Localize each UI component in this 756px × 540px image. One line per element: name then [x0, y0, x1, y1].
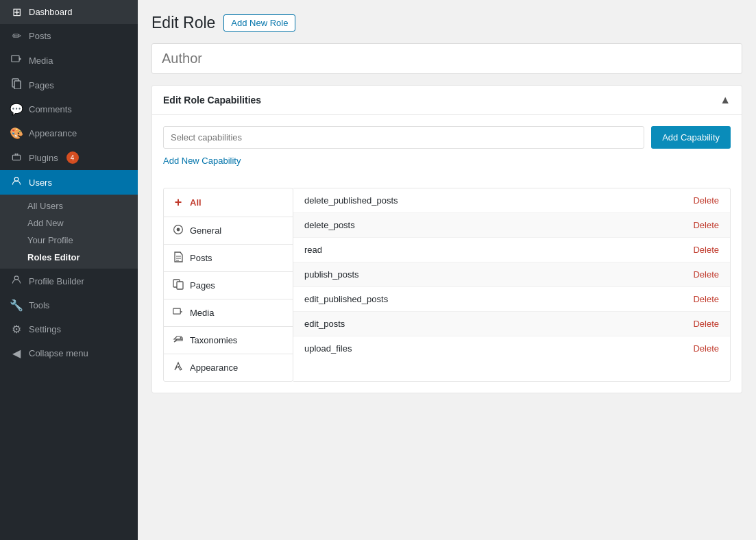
pages-cat-icon [172, 279, 184, 292]
category-item-media[interactable]: Media [164, 299, 293, 327]
sidebar-item-label: Pages [29, 80, 54, 90]
delete-capability-button[interactable]: Delete [693, 245, 719, 255]
role-name-input[interactable] [151, 43, 742, 74]
svg-marker-1 [19, 58, 21, 61]
capability-name: publish_posts [304, 269, 359, 280]
users-icon [10, 175, 23, 189]
appearance-icon: 🎨 [10, 127, 23, 140]
dashboard-icon: ⊞ [10, 5, 23, 19]
sidebar-item-dashboard[interactable]: ⊞ Dashboard [0, 0, 138, 24]
all-icon: + [172, 195, 184, 210]
capabilities-grid: + All General Po [163, 188, 731, 382]
delete-capability-button[interactable]: Delete [693, 319, 719, 329]
collapse-icon: ◀ [10, 347, 23, 360]
category-item-all[interactable]: + All [164, 188, 293, 217]
sidebar-item-comments[interactable]: 💬 Comments [0, 97, 138, 121]
sidebar-item-label: Users [29, 177, 52, 188]
add-new-role-button[interactable]: Add New Role [223, 14, 295, 32]
submenu-your-profile[interactable]: Your Profile [0, 232, 138, 249]
capabilities-panel: Edit Role Capabilities ▲ Add Capability … [151, 85, 742, 393]
page-title: Edit Role [151, 14, 215, 32]
delete-capability-button[interactable]: Delete [693, 195, 719, 206]
category-label: General [190, 225, 221, 236]
delete-capability-button[interactable]: Delete [693, 294, 719, 304]
capability-search-input[interactable] [163, 126, 644, 149]
collapse-arrow-icon[interactable]: ▲ [720, 94, 731, 106]
sidebar-item-label: Tools [29, 300, 49, 310]
category-item-general[interactable]: General [164, 217, 293, 245]
posts-cat-icon [172, 251, 184, 265]
sidebar-item-profile-builder[interactable]: Profile Builder [0, 269, 138, 293]
add-new-capability-link[interactable]: Add New Capability [163, 156, 241, 166]
svg-rect-0 [12, 56, 19, 62]
appearance-cat-icon [172, 361, 184, 374]
submenu-add-new[interactable]: Add New [0, 214, 138, 232]
table-row: publish_posts Delete [293, 262, 730, 287]
settings-icon: ⚙ [10, 323, 23, 336]
sidebar-item-plugins[interactable]: Plugins 4 [0, 145, 138, 170]
table-row: upload_files Delete [293, 336, 730, 360]
category-label: Pages [190, 280, 215, 291]
category-item-taxonomies[interactable]: Taxonomies [164, 327, 293, 354]
submenu-roles-editor[interactable]: Roles Editor [0, 249, 138, 266]
category-label: Appearance [190, 363, 238, 373]
category-label: Taxonomies [190, 335, 237, 345]
capability-list: delete_published_posts Delete delete_pos… [293, 188, 731, 382]
sidebar-item-collapse[interactable]: ◀ Collapse menu [0, 341, 138, 365]
comments-icon: 💬 [10, 103, 23, 116]
delete-capability-button[interactable]: Delete [693, 269, 719, 280]
delete-capability-button[interactable]: Delete [693, 220, 719, 230]
sidebar-item-label: Comments [29, 104, 72, 114]
svg-rect-6 [16, 154, 18, 156]
plugins-badge: 4 [66, 151, 79, 164]
page-header: Edit Role Add New Role [151, 14, 742, 32]
capability-name: delete_published_posts [304, 195, 398, 206]
sidebar-item-posts[interactable]: ✏ Posts [0, 24, 138, 48]
media-icon [10, 53, 23, 67]
sidebar-item-label: Plugins [29, 153, 58, 163]
sidebar-item-label: Profile Builder [29, 276, 84, 286]
pages-icon [10, 78, 23, 92]
capability-name: edit_posts [304, 319, 345, 329]
table-row: delete_published_posts Delete [293, 188, 730, 213]
svg-point-10 [177, 228, 180, 232]
capability-input-row: Add Capability [163, 126, 731, 149]
category-label: Media [190, 308, 214, 318]
category-label: Posts [190, 253, 212, 263]
sidebar-item-label: Media [29, 56, 53, 66]
table-row: edit_published_posts Delete [293, 287, 730, 312]
add-capability-button[interactable]: Add Capability [651, 126, 731, 149]
sidebar-item-label: Collapse menu [29, 348, 88, 358]
main-content: Edit Role Add New Role Edit Role Capabil… [138, 0, 756, 540]
category-list: + All General Po [163, 188, 293, 382]
svg-rect-16 [173, 308, 180, 314]
plugins-icon [10, 151, 23, 164]
category-item-posts[interactable]: Posts [164, 245, 293, 272]
capabilities-title: Edit Role Capabilities [163, 95, 261, 106]
capabilities-body: Add Capability Add New Capability + All [152, 115, 742, 393]
delete-capability-button[interactable]: Delete [693, 343, 719, 354]
sidebar-item-label: Posts [29, 31, 51, 41]
table-row: edit_posts Delete [293, 312, 730, 336]
sidebar-item-pages[interactable]: Pages [0, 73, 138, 97]
sidebar-item-label: Appearance [29, 128, 77, 138]
table-row: read Delete [293, 238, 730, 262]
category-item-appearance[interactable]: Appearance [164, 354, 293, 381]
capability-name: delete_posts [304, 220, 355, 230]
sidebar-item-appearance[interactable]: 🎨 Appearance [0, 121, 138, 145]
tools-icon: 🔧 [10, 299, 23, 312]
capability-name: read [304, 245, 322, 255]
sidebar-item-users[interactable]: Users [0, 170, 138, 195]
sidebar-item-media[interactable]: Media [0, 48, 138, 73]
sidebar-item-settings[interactable]: ⚙ Settings [0, 317, 138, 341]
media-cat-icon [172, 306, 184, 319]
svg-rect-4 [12, 155, 20, 160]
sidebar-item-label: Dashboard [29, 7, 73, 17]
users-submenu: All Users Add New Your Profile Roles Edi… [0, 195, 138, 269]
submenu-all-users[interactable]: All Users [0, 197, 138, 214]
svg-rect-3 [14, 81, 21, 89]
category-item-pages[interactable]: Pages [164, 272, 293, 299]
sidebar-item-tools[interactable]: 🔧 Tools [0, 293, 138, 317]
category-label: All [190, 197, 202, 208]
capability-name: edit_published_posts [304, 294, 388, 304]
